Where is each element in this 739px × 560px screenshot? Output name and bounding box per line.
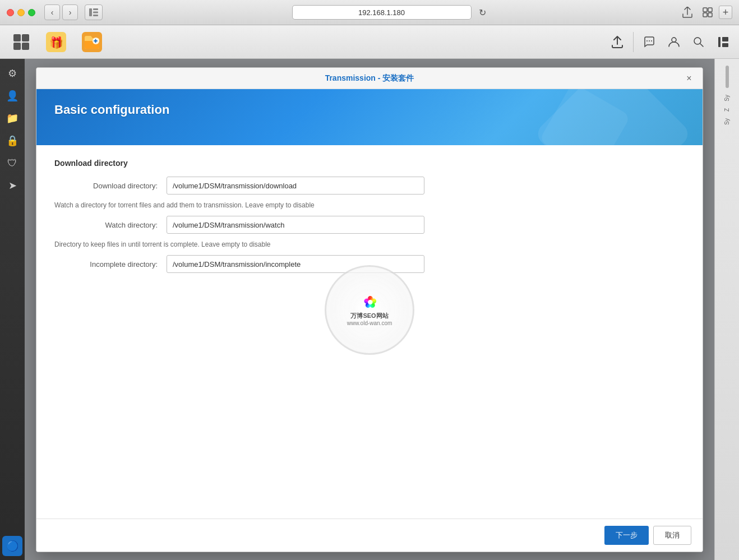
install-dialog: Transmission - 安装套件 × Basic configuratio… <box>36 67 703 552</box>
dsm-toolbar: 🎁 <box>0 25 739 59</box>
reload-button[interactable]: ↻ <box>476 6 489 19</box>
sidebar-item-settings[interactable]: ⚙ <box>2 63 22 84</box>
file-manager-button[interactable] <box>74 25 110 58</box>
content-area: ✿ 万博SEO网站 www.old-wan.com Transmission -… <box>25 59 714 560</box>
watch-directory-label: Watch directory: <box>54 221 167 229</box>
sidebar-toggle-button[interactable] <box>85 4 103 20</box>
dialog-title-bar: Transmission - 安装套件 × <box>36 68 703 89</box>
package-center-icon: 🎁 <box>45 31 67 53</box>
traffic-lights <box>7 9 35 16</box>
add-tab-button[interactable]: + <box>719 6 732 19</box>
right-sidebar-label-sy-bottom[interactable]: Sy <box>723 116 731 127</box>
app-grid-button[interactable] <box>4 25 38 58</box>
toolbar-separator <box>633 32 634 52</box>
dialog-body: Download directory Download directory: W… <box>36 145 703 519</box>
upload-button[interactable] <box>606 31 629 53</box>
svg-text:🎁: 🎁 <box>49 36 63 49</box>
svg-point-12 <box>646 40 648 41</box>
incomplete-directory-input[interactable] <box>167 255 424 273</box>
download-section-title: Download directory <box>54 159 685 168</box>
forward-button[interactable]: › <box>62 4 78 20</box>
title-bar: ‹ › ↻ <box>0 0 739 25</box>
close-button[interactable] <box>7 9 14 16</box>
sidebar-item-lock[interactable]: 🔒 <box>2 131 22 151</box>
new-tab-button[interactable] <box>699 4 717 20</box>
watch-directory-description: Watch a directory for torrent files and … <box>54 201 685 209</box>
right-sidebar: Sy Z Sy <box>714 59 739 560</box>
browser-actions: + <box>678 4 732 20</box>
svg-rect-5 <box>708 8 712 12</box>
svg-point-15 <box>672 38 676 42</box>
download-directory-input[interactable] <box>167 177 424 195</box>
user-button[interactable] <box>663 31 685 53</box>
cancel-button[interactable]: 取消 <box>653 526 691 545</box>
dialog-banner: Basic configuration <box>36 89 703 145</box>
svg-point-16 <box>694 38 701 44</box>
sidebar-item-user[interactable]: 👤 <box>2 86 22 106</box>
download-directory-row: Download directory: <box>54 177 685 195</box>
file-manager-icon <box>81 31 103 53</box>
incomplete-directory-row: Incomplete directory: <box>54 255 685 273</box>
dsm-right-tools <box>606 25 735 58</box>
incomplete-directory-label: Incomplete directory: <box>54 260 167 269</box>
widgets-button[interactable] <box>712 31 735 53</box>
grid-icon <box>13 34 29 50</box>
minimize-button[interactable] <box>17 9 25 16</box>
search-button[interactable] <box>687 31 710 53</box>
svg-point-14 <box>651 40 652 41</box>
watch-directory-input[interactable] <box>167 216 424 234</box>
dialog-footer: 下一步 取消 <box>36 519 703 552</box>
svg-rect-2 <box>93 12 98 13</box>
browser-chrome: ‹ › ↻ <box>0 0 739 25</box>
svg-rect-19 <box>722 43 728 47</box>
sidebar-item-terminal[interactable]: ➤ <box>2 175 22 196</box>
download-directory-label: Download directory: <box>54 182 167 190</box>
nav-buttons: ‹ › <box>44 4 78 20</box>
sidebar-item-active[interactable]: 🔵 <box>2 536 22 556</box>
next-button[interactable]: 下一步 <box>604 526 649 545</box>
svg-rect-1 <box>93 8 98 10</box>
svg-rect-3 <box>93 15 98 16</box>
address-input[interactable] <box>292 5 472 20</box>
dialog-banner-title: Basic configuration <box>54 103 685 117</box>
right-sidebar-handle[interactable] <box>726 66 729 88</box>
chat-button[interactable] <box>638 31 661 53</box>
main-area: ⚙ 👤 📁 🔒 🛡 ➤ 🔵 ✿ 万博SEO网站 www.old-wan.com … <box>0 59 739 560</box>
svg-rect-7 <box>708 13 712 17</box>
package-center-button[interactable]: 🎁 <box>38 25 74 58</box>
address-bar: ↻ <box>107 5 674 20</box>
sidebar-item-shield[interactable]: 🛡 <box>2 153 22 173</box>
maximize-button[interactable] <box>28 9 35 16</box>
right-sidebar-label-sy-top[interactable]: Sy <box>723 92 731 104</box>
right-sidebar-label-z[interactable]: Z <box>723 106 731 114</box>
dialog-close-button[interactable]: × <box>682 72 696 85</box>
watch-directory-row: Watch directory: <box>54 216 685 234</box>
svg-point-13 <box>649 40 650 41</box>
back-button[interactable]: ‹ <box>44 4 60 20</box>
sidebar-item-files[interactable]: 📁 <box>2 108 22 128</box>
dialog-title: Transmission - 安装套件 <box>325 73 414 84</box>
svg-rect-0 <box>89 8 92 16</box>
svg-rect-18 <box>722 37 728 41</box>
svg-rect-4 <box>703 8 707 12</box>
incomplete-directory-description: Directory to keep files in until torrent… <box>54 240 685 248</box>
svg-rect-6 <box>703 13 707 17</box>
share-button[interactable] <box>678 4 696 20</box>
svg-rect-17 <box>718 37 720 47</box>
left-sidebar: ⚙ 👤 📁 🔒 🛡 ➤ 🔵 <box>0 59 25 560</box>
